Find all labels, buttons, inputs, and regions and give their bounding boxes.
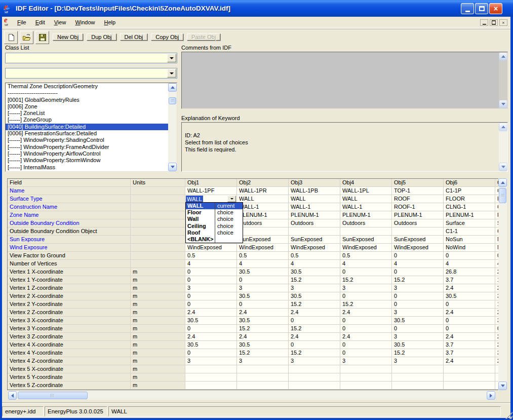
grid-cell[interactable]: 0 <box>444 252 495 260</box>
grid-cell[interactable]: 2.4 <box>340 309 392 317</box>
grid-cell[interactable]: WALL-1PL <box>340 187 392 195</box>
menu-item-help[interactable]: Help <box>100 18 121 27</box>
grid-cell[interactable]: 0 <box>392 300 444 309</box>
grid-cell[interactable] <box>392 373 444 381</box>
grid-cell[interactable]: Outdoors <box>392 219 444 227</box>
grid-cell[interactable]: NoWind <box>444 244 495 252</box>
grid-cell[interactable] <box>185 373 237 381</box>
grid-cell[interactable]: 15.2 <box>392 276 444 284</box>
class-list-item[interactable]: [------] ZoneList <box>6 110 168 117</box>
grid-cell[interactable]: PLENUM-1 <box>289 211 340 219</box>
grid-cell[interactable]: 0 <box>237 300 289 309</box>
scroll-up-button[interactable] <box>499 52 507 61</box>
grid-cell[interactable]: 0 <box>340 349 392 357</box>
class-list-item[interactable]: --------------------------- <box>6 90 168 96</box>
grid-cell[interactable]: Outdoors <box>340 219 392 227</box>
grid-cell[interactable]: 3 <box>237 284 289 292</box>
grid-cell[interactable] <box>392 227 444 236</box>
grid-cell[interactable]: 30.5 <box>237 292 289 300</box>
scrollbar-thumb[interactable] <box>18 392 88 399</box>
scrollbar-thumb[interactable] <box>169 97 176 104</box>
grid-vertical-scrollbar[interactable] <box>498 178 507 390</box>
grid-cell[interactable]: 30.5 <box>237 317 289 325</box>
grid-cell[interactable] <box>237 365 289 373</box>
grid-cell[interactable]: 3.7 <box>444 341 495 349</box>
grid-cell[interactable]: 3 <box>392 333 444 341</box>
grid-header-cell[interactable]: Obj6 <box>444 179 495 187</box>
grid-cell[interactable]: WALL <box>340 195 392 203</box>
mdi-close-button[interactable]: × <box>499 19 507 26</box>
grid-cell[interactable]: 0.5 <box>237 252 289 260</box>
grid-cell[interactable]: 30.5 <box>392 341 444 349</box>
grid-cell[interactable]: 3 <box>340 284 392 292</box>
grid-cell[interactable]: 3 <box>289 357 340 365</box>
grid-cell[interactable]: SunExposed <box>237 236 289 244</box>
grid-cell[interactable]: PLENUM-1 <box>444 211 495 219</box>
grid-cell[interactable] <box>185 365 237 373</box>
grid-cell[interactable]: 0 <box>392 292 444 300</box>
grid-cell[interactable]: 0 <box>237 276 289 284</box>
grid-cell[interactable]: C1-1 <box>444 227 495 236</box>
class-list-item[interactable]: [------] WindowProperty:FrameAndDivider <box>6 144 168 150</box>
del-obj-button[interactable]: Del Obj <box>120 33 148 41</box>
class-list-item[interactable]: [------] WindowProperty:StormWindow <box>6 157 168 164</box>
class-list-item[interactable]: [0006] FenestrationSurface:Detailed <box>6 130 168 137</box>
grid-cell[interactable]: 15.2 <box>237 325 289 333</box>
grid-cell[interactable]: Outdoors <box>289 219 340 227</box>
grid-cell[interactable]: PLENUM-1 <box>392 211 444 219</box>
grid-cell[interactable]: 4 <box>185 260 237 268</box>
grid-cell[interactable]: WALL-1 <box>340 203 392 211</box>
grid-cell[interactable]: 0.5 <box>185 252 237 260</box>
grid-cell[interactable]: WALL-1 <box>237 203 289 211</box>
grid-cell[interactable]: PLENUM-1 <box>237 211 289 219</box>
grid-header-cell[interactable]: Obj1 <box>185 179 237 187</box>
dropdown-item[interactable]: WALLcurrent <box>186 203 243 209</box>
save-file-button[interactable] <box>35 31 49 44</box>
grid-cell[interactable]: 0 <box>392 252 444 260</box>
grid-cell[interactable]: 4 <box>237 260 289 268</box>
grid-cell[interactable] <box>289 381 340 390</box>
grid-cell[interactable] <box>237 373 289 381</box>
grid-cell[interactable] <box>392 381 444 390</box>
grid-cell[interactable]: 15.2 <box>340 276 392 284</box>
scroll-up-button[interactable] <box>168 83 177 92</box>
grid-cell[interactable]: WindExposed <box>392 244 444 252</box>
scroll-down-button[interactable] <box>499 163 507 171</box>
grid-cell[interactable]: 15.2 <box>289 276 340 284</box>
grid-cell[interactable]: PLENUM-1 <box>340 211 392 219</box>
grid-header-cell[interactable]: Obj3 <box>289 179 340 187</box>
grid-cell[interactable]: 0 <box>185 349 237 357</box>
grid-cell[interactable]: 2.4 <box>185 309 237 317</box>
explanation-textarea[interactable]: ID: A2 Select from list of choices This … <box>181 122 508 172</box>
grid-cell[interactable]: Surface <box>444 219 495 227</box>
grid-cell[interactable] <box>340 373 392 381</box>
grid-cell[interactable]: 2.4 <box>185 333 237 341</box>
grid-cell[interactable]: 4 <box>289 260 340 268</box>
class-listbox[interactable]: Thermal Zone Description/Geometry-------… <box>5 83 177 172</box>
grid-cell[interactable]: 0 <box>444 300 495 309</box>
grid-cell[interactable]: 0 <box>185 300 237 309</box>
grid-cell[interactable]: 30.5 <box>392 317 444 325</box>
grid-cell[interactable]: 15.2 <box>289 325 340 333</box>
scroll-down-button[interactable] <box>499 100 507 108</box>
grid-cell[interactable]: SunExposed <box>289 236 340 244</box>
grid-cell[interactable]: 0.5 <box>289 252 340 260</box>
grid-cell[interactable] <box>340 365 392 373</box>
grid-cell[interactable]: 30.5 <box>185 317 237 325</box>
grid-cell[interactable]: 3 <box>392 284 444 292</box>
class-list-item[interactable]: [0001] GlobalGeometryRules <box>6 97 168 103</box>
grid-cell[interactable]: CLNG-1 <box>444 203 495 211</box>
grid-cell[interactable]: WindExposed <box>185 244 237 252</box>
grid-cell[interactable]: 0 <box>340 325 392 333</box>
grid-cell[interactable]: 3 <box>237 357 289 365</box>
grid-cell[interactable]: 26.8 <box>444 268 495 276</box>
grid-cell[interactable] <box>444 365 495 373</box>
grid-cell[interactable] <box>444 373 495 381</box>
menu-item-edit[interactable]: Edit <box>31 18 50 27</box>
class-list-item[interactable]: [------] WindowProperty:ShadingControl <box>6 137 168 143</box>
open-file-button[interactable] <box>20 31 33 44</box>
grid-cell[interactable]: 2.4 <box>289 309 340 317</box>
scrollbar-thumb[interactable] <box>499 188 506 203</box>
grid-cell[interactable]: 30.5 <box>185 341 237 349</box>
dropdown-item[interactable]: Wallchoice <box>186 216 243 222</box>
